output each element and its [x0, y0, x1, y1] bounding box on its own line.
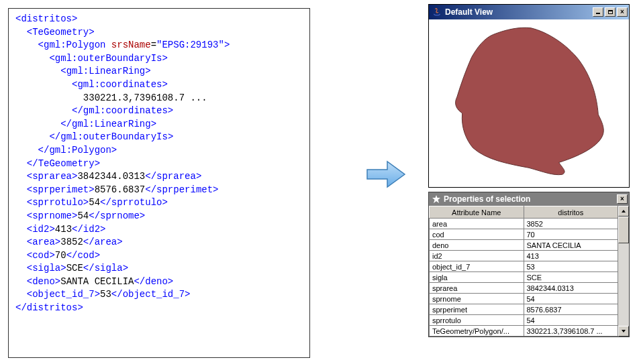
val-cell[interactable]: 54 — [524, 294, 618, 304]
close-button[interactable]: × — [617, 7, 628, 17]
attr-cell[interactable]: sprnome — [430, 294, 524, 304]
minimize-button[interactable] — [593, 7, 603, 17]
val-cell[interactable]: 3852 — [524, 219, 618, 229]
attr-cell[interactable]: cod — [430, 229, 524, 240]
attr-cell[interactable]: sprperimet — [430, 304, 524, 315]
attr-cell[interactable]: TeGeometry/Polygon/... — [430, 326, 524, 337]
xml-source-panel: <distritos> <TeGeometry> <gml:Polygon sr… — [8, 8, 310, 358]
table-row[interactable]: denoSANTA CECILIA — [430, 240, 618, 251]
attr-cell[interactable]: sprrotulo — [430, 315, 524, 326]
table-row[interactable]: sprrotulo54 — [430, 315, 618, 326]
vertical-scrollbar[interactable] — [618, 206, 629, 337]
arrow-icon — [366, 158, 406, 191]
col-distritos[interactable]: distritos — [524, 206, 618, 219]
attr-cell[interactable]: area — [430, 219, 524, 229]
maximize-button[interactable] — [605, 7, 616, 17]
map-canvas[interactable] — [429, 19, 629, 187]
attr-cell[interactable]: object_id_7 — [430, 261, 524, 272]
table-row[interactable]: TeGeometry/Polygon/...330221.3,7396108.7… — [430, 326, 618, 337]
table-row[interactable]: sprarea3842344.0313 — [430, 283, 618, 294]
table-row[interactable]: sprperimet8576.6837 — [430, 304, 618, 315]
scroll-thumb[interactable] — [618, 217, 629, 243]
val-cell[interactable]: 54 — [524, 315, 618, 326]
default-view-window: Default View × — [428, 4, 630, 188]
attr-cell[interactable]: sigla — [430, 272, 524, 283]
table-row[interactable]: area3852 — [430, 219, 618, 229]
polygon-shape — [456, 27, 604, 174]
val-cell[interactable]: 413 — [524, 251, 618, 261]
window-title: Default View — [445, 7, 493, 17]
scroll-down-button[interactable] — [618, 326, 629, 337]
attr-cell[interactable]: id2 — [430, 251, 524, 261]
table-row[interactable]: object_id_753 — [430, 261, 618, 272]
val-cell[interactable]: 53 — [524, 261, 618, 272]
window-titlebar[interactable]: Default View × — [429, 5, 629, 19]
val-cell[interactable]: 330221.3,7396108.7 ... — [524, 326, 618, 337]
col-attribute-name[interactable]: Attribute Name — [430, 206, 524, 219]
scroll-up-button[interactable] — [618, 206, 629, 217]
table-row[interactable]: cod70 — [430, 229, 618, 240]
val-cell[interactable]: 3842344.0313 — [524, 283, 618, 294]
val-cell[interactable]: SANTA CECILIA — [524, 240, 618, 251]
star-icon — [432, 194, 441, 204]
java-icon — [432, 7, 442, 17]
table-row[interactable]: id2413 — [430, 251, 618, 261]
attr-cell[interactable]: deno — [430, 240, 524, 251]
scroll-track[interactable] — [618, 217, 629, 326]
val-cell[interactable]: 70 — [524, 229, 618, 240]
properties-title: Properties of selection — [444, 194, 530, 204]
table-row[interactable]: siglaSCE — [430, 272, 618, 283]
properties-panel: Properties of selection × Attribute Name… — [428, 192, 630, 337]
properties-titlebar[interactable]: Properties of selection × — [429, 192, 629, 206]
table-row[interactable]: sprnome54 — [430, 294, 618, 304]
val-cell[interactable]: 8576.6837 — [524, 304, 618, 315]
attr-cell[interactable]: sprarea — [430, 283, 524, 294]
properties-table[interactable]: Attribute Name distritos area3852cod70de… — [429, 206, 618, 337]
properties-close-button[interactable]: × — [617, 194, 628, 204]
val-cell[interactable]: SCE — [524, 272, 618, 283]
